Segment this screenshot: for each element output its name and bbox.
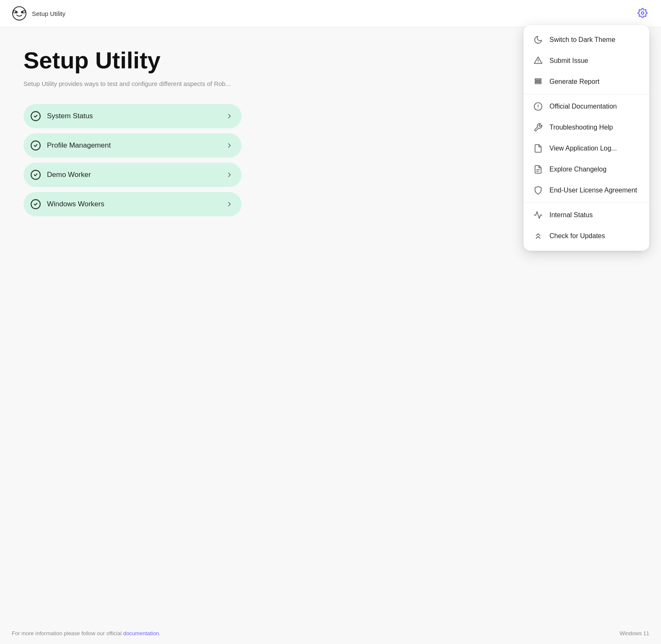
app-logo-icon bbox=[12, 6, 27, 21]
submit-issue-icon bbox=[533, 56, 543, 65]
check-circle-icon bbox=[30, 169, 41, 180]
footer-os: Windows 11 bbox=[619, 630, 649, 636]
menu-item-submit-issue[interactable]: Submit Issue bbox=[523, 50, 649, 71]
page-title: Setup Utility bbox=[23, 47, 295, 73]
footer-text: For more information please follow our o… bbox=[12, 630, 161, 636]
menu-item-label: View Application Log... bbox=[549, 145, 617, 152]
menu-item-label: Internal Status bbox=[549, 211, 593, 219]
menu-item-changelog[interactable]: Explore Changelog bbox=[523, 159, 649, 180]
nav-item-system-status[interactable]: System Status bbox=[23, 104, 242, 128]
nav-item-label: Windows Workers bbox=[47, 200, 104, 208]
nav-item-demo-worker[interactable]: Demo Worker bbox=[23, 163, 242, 187]
moon-icon bbox=[533, 35, 543, 44]
settings-dropdown: Switch to Dark Theme Submit Issue Genera… bbox=[523, 25, 649, 251]
check-circle-icon bbox=[30, 199, 41, 210]
nav-item-label: Demo Worker bbox=[47, 171, 91, 179]
page-description: Setup Utility provides ways to test and … bbox=[23, 80, 295, 87]
check-circle-icon bbox=[30, 140, 41, 151]
nav-item-windows-workers[interactable]: Windows Workers bbox=[23, 192, 242, 216]
menu-item-label: Explore Changelog bbox=[549, 166, 606, 173]
nav-item-profile-management[interactable]: Profile Management bbox=[23, 133, 242, 158]
gear-icon bbox=[638, 8, 648, 18]
svg-point-5 bbox=[641, 12, 644, 14]
svg-rect-13 bbox=[535, 79, 541, 80]
menu-item-generate-report[interactable]: Generate Report bbox=[523, 71, 649, 92]
chevrons-up-icon bbox=[533, 231, 543, 241]
chevron-right-icon bbox=[226, 171, 233, 179]
layers-icon bbox=[533, 77, 543, 86]
menu-item-view-log[interactable]: View Application Log... bbox=[523, 138, 649, 159]
app-header: Setup Utility bbox=[0, 0, 661, 27]
menu-item-troubleshooting[interactable]: Troubleshooting Help bbox=[523, 117, 649, 138]
main-content: Setup Utility Setup Utility provides way… bbox=[0, 27, 319, 242]
svg-point-0 bbox=[13, 7, 26, 20]
menu-item-label: Check for Updates bbox=[549, 232, 605, 240]
chevron-right-icon bbox=[226, 142, 233, 149]
pulse-icon bbox=[533, 210, 543, 220]
header-title: Setup Utility bbox=[32, 10, 65, 17]
menu-item-label: Switch to Dark Theme bbox=[549, 36, 615, 44]
document-icon bbox=[533, 165, 543, 174]
menu-item-label: Troubleshooting Help bbox=[549, 124, 613, 131]
menu-item-internal-status[interactable]: Internal Status bbox=[523, 205, 649, 226]
nav-item-label: Profile Management bbox=[47, 141, 111, 150]
wrench-icon bbox=[533, 123, 543, 132]
menu-item-dark-theme[interactable]: Switch to Dark Theme bbox=[523, 29, 649, 50]
menu-item-check-updates[interactable]: Check for Updates bbox=[523, 226, 649, 247]
file-icon bbox=[533, 144, 543, 153]
menu-divider bbox=[523, 94, 649, 94]
footer-docs-link[interactable]: documentation. bbox=[123, 630, 161, 636]
app-footer: For more information please follow our o… bbox=[0, 623, 661, 644]
settings-button[interactable] bbox=[636, 6, 649, 21]
nav-list: System Status Profile Management bbox=[23, 104, 242, 221]
menu-divider bbox=[523, 203, 649, 203]
svg-rect-14 bbox=[535, 80, 541, 82]
menu-item-label: Generate Report bbox=[549, 78, 599, 86]
menu-item-official-docs[interactable]: Official Documentation bbox=[523, 96, 649, 117]
check-circle-icon bbox=[30, 111, 41, 122]
menu-item-label: Submit Issue bbox=[549, 57, 588, 65]
menu-item-eula[interactable]: End-User License Agreement bbox=[523, 180, 649, 201]
header-left: Setup Utility bbox=[12, 6, 65, 21]
menu-item-label: Official Documentation bbox=[549, 103, 617, 110]
menu-item-label: End-User License Agreement bbox=[549, 187, 637, 194]
chevron-right-icon bbox=[226, 112, 233, 120]
chevron-right-icon bbox=[226, 200, 233, 208]
info-icon bbox=[533, 102, 543, 111]
footer-prefix: For more information please follow our o… bbox=[12, 630, 123, 636]
svg-rect-15 bbox=[535, 83, 541, 84]
nav-item-label: System Status bbox=[47, 112, 93, 120]
shield-icon bbox=[533, 186, 543, 195]
